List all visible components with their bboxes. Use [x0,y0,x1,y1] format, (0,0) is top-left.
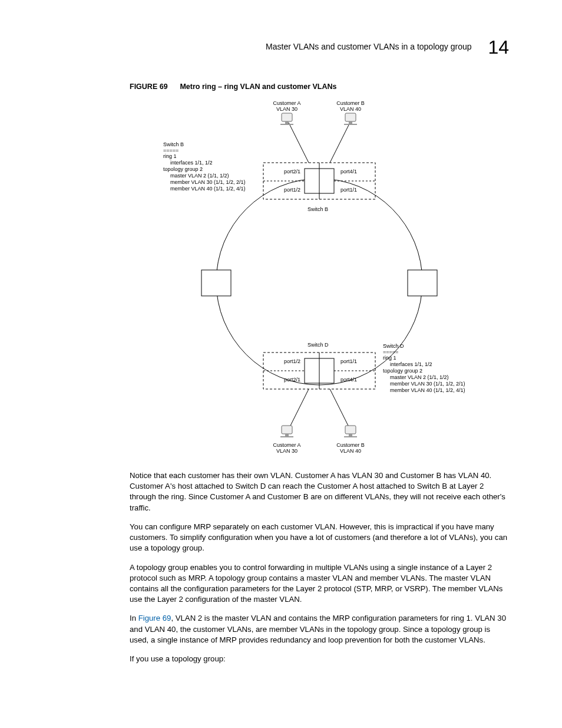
svg-text:member VLAN 40 (1/1, 1/2, 4/1): member VLAN 40 (1/1, 1/2, 4/1) [170,186,246,192]
svg-rect-9 [282,113,292,121]
figure-label: FIGURE 69 [130,83,168,91]
port-label: port4/1 [340,377,357,383]
port-label: port2/1 [284,169,300,174]
svg-rect-14 [344,124,357,125]
body-paragraph: A topology group enables you to control … [130,562,509,605]
svg-text:topology group 2: topology group 2 [383,368,422,374]
body-paragraph: You can configure MRP separately on each… [130,522,509,554]
svg-rect-12 [345,113,356,121]
port-label: port1/1 [340,187,357,193]
running-header: Master VLANs and customer VLANs in a top… [266,37,509,58]
svg-rect-13 [349,121,352,124]
customer-vlan: VLAN 30 [276,448,297,454]
header-title: Master VLANs and customer VLANs in a top… [266,42,471,51]
svg-rect-30 [285,434,289,436]
svg-text:ring 1: ring 1 [383,355,396,361]
host-icon [280,113,293,125]
svg-text:member VLAN 30 (1/1, 1/2, 2/1): member VLAN 30 (1/1, 1/2, 2/1) [170,179,246,185]
body-paragraph: If you use a topology group: [130,654,509,664]
switch-label: Switch D [308,342,329,348]
customer-vlan: VLAN 40 [340,106,361,112]
svg-rect-11 [280,124,293,125]
customer-label: Customer A [273,100,300,106]
svg-line-28 [330,389,350,429]
port-label: port1/1 [340,358,357,364]
svg-rect-10 [285,121,289,124]
host-icon [280,426,293,437]
svg-rect-1 [201,270,231,296]
svg-rect-32 [345,426,356,434]
svg-rect-29 [282,426,292,434]
customer-vlan: VLAN 30 [276,106,297,112]
svg-rect-31 [280,436,293,437]
svg-text:Switch D: Switch D [383,343,404,349]
body-paragraph: Notice that each customer has their own … [130,470,509,513]
host-icon [344,426,357,437]
port-label: port1/2 [284,358,300,364]
svg-line-7 [289,123,309,163]
svg-text:ring 1: ring 1 [163,153,177,159]
svg-text:member VLAN 40 (1/1, 1/2, 4/1): member VLAN 40 (1/1, 1/2, 4/1) [390,387,465,393]
port-label: port1/2 [284,187,300,193]
svg-text:master VLAN 2 (1/1, 1/2): master VLAN 2 (1/1, 1/2) [170,173,229,179]
customer-label: Customer B [336,100,365,106]
switch-config-b: Switch B ===== ring 1 interfaces 1/1, 1/… [163,141,246,192]
svg-text:topology group 2: topology group 2 [163,166,203,172]
body-paragraph: In Figure 69, VLAN 2 is the master VLAN … [130,613,509,645]
svg-text:=====: ===== [383,349,398,355]
svg-line-27 [289,389,309,429]
svg-text:interfaces 1/1, 1/2: interfaces 1/1, 1/2 [390,361,432,367]
customer-vlan: VLAN 40 [340,448,361,454]
svg-text:=====: ===== [163,147,178,153]
figure-caption: FIGURE 69 Metro ring – ring VLAN and cus… [130,83,509,91]
port-label: port2/1 [284,377,300,383]
port-label: port4/1 [340,169,357,174]
svg-text:member VLAN 30 (1/1, 1/2, 2/1): member VLAN 30 (1/1, 1/2, 2/1) [390,381,465,387]
figure-reference-link[interactable]: Figure 69 [138,614,171,622]
svg-text:interfaces 1/1, 1/2: interfaces 1/1, 1/2 [170,160,213,166]
svg-rect-33 [349,434,352,436]
customer-label: Customer A [273,442,300,448]
svg-text:Switch B: Switch B [163,141,184,147]
figure-title: Metro ring – ring VLAN and customer VLAN… [180,83,336,91]
switch-label: Switch B [308,206,328,212]
customer-label: Customer B [336,442,365,448]
svg-line-8 [330,123,350,163]
chapter-number: 14 [488,37,509,58]
svg-text:master VLAN 2 (1/1, 1/2): master VLAN 2 (1/1, 1/2) [390,374,449,380]
svg-rect-2 [408,270,437,296]
svg-rect-34 [344,436,357,437]
host-icon [344,113,357,125]
figure-diagram: port2/1 port4/1 port1/2 port1/1 Switch B [130,99,509,465]
switch-config-d: Switch D ===== ring 1 interfaces 1/1, 1/… [383,343,465,393]
